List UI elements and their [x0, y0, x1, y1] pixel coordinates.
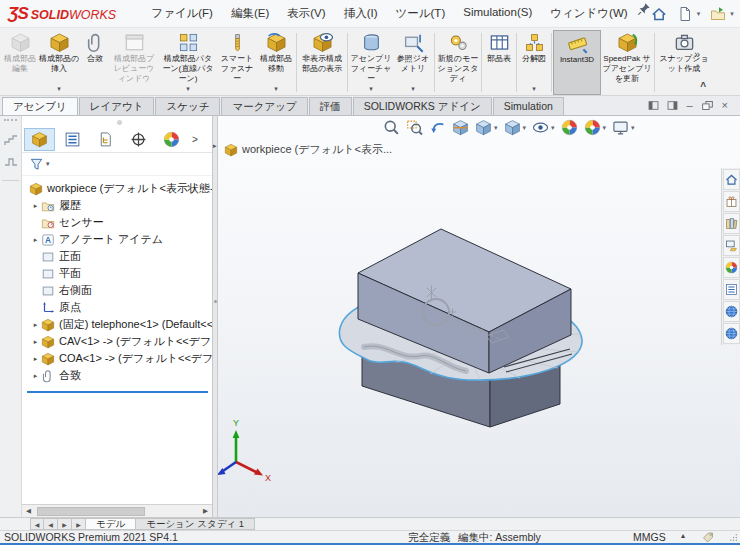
appearances-scenes-button[interactable] — [723, 257, 740, 278]
menu-tools[interactable]: ツール(T) — [386, 2, 454, 25]
tree-item-history[interactable]: ▸ 履歴 — [22, 197, 212, 214]
view-settings-icon[interactable] — [612, 119, 629, 136]
scroll-left-icon[interactable]: ◀ — [22, 507, 35, 515]
tree-item-workpiece[interactable]: workpiece (デフォルト<表示状態-1>) — [22, 180, 212, 197]
toolbar-collapse-button[interactable]: ^ — [700, 81, 706, 92]
tab-sketch[interactable]: スケッチ — [155, 97, 220, 115]
3d-model-scene[interactable]: Y X Z — [218, 116, 740, 517]
tab-motion-study-1[interactable]: モーション スタディ 1 — [136, 518, 255, 530]
tree-item-top-plane[interactable]: 平面 — [22, 265, 212, 282]
tab-solidworks-addins[interactable]: SOLIDWORKS アドイン — [353, 97, 492, 115]
3dexperience-button[interactable] — [723, 323, 740, 344]
dropdown-arrow-icon[interactable]: ▾ — [186, 85, 190, 94]
tab-layout[interactable]: レイアウト — [79, 97, 155, 115]
tree-item-coa[interactable]: ▸ COA<1> -> (デフォルト<<デフォルト>_表 — [22, 350, 212, 367]
reference-geometry-button[interactable]: 参照ジオメトリ ▾ — [393, 30, 433, 95]
tab-dimxpert-manager[interactable] — [123, 128, 154, 151]
pin-menu-icon[interactable] — [637, 2, 651, 16]
menu-window[interactable]: ウィンドウ(W) — [541, 2, 636, 25]
tab-configuration-manager[interactable] — [90, 128, 121, 151]
viewport-flyout-tree[interactable]: workpiece (デフォルト<表示... — [224, 142, 392, 157]
apply-scene-icon[interactable] — [584, 119, 601, 136]
new-motion-study-button[interactable]: 新規のモーションスタディ — [436, 30, 480, 95]
home-icon[interactable] — [651, 6, 667, 22]
previous-view-icon[interactable] — [429, 119, 446, 136]
tree-item-mates[interactable]: ▸ 合致 — [22, 367, 212, 384]
tab-evaluate[interactable]: 評価 — [309, 97, 352, 115]
open-document-icon[interactable] — [710, 6, 726, 22]
menu-file[interactable]: ファイル(F) — [142, 2, 222, 25]
dropdown-arrow-icon[interactable]: ▾ — [57, 85, 61, 94]
insert-component-button[interactable]: 構成部品の挿入 ▾ — [37, 30, 81, 95]
tab-simulation[interactable]: Simulation — [493, 97, 564, 115]
tab-property-manager[interactable] — [57, 128, 88, 151]
display-style-icon[interactable] — [504, 119, 521, 136]
tree-item-origin[interactable]: 原点 — [22, 299, 212, 316]
scrollbar-track[interactable] — [35, 506, 199, 517]
forum-button[interactable] — [723, 301, 740, 322]
dropdown-arrow-icon[interactable]: ▾ — [551, 124, 555, 132]
collapse-left-pane-icon[interactable] — [648, 100, 659, 111]
resize-grip[interactable] — [729, 533, 738, 542]
dropdown-arrow-icon[interactable]: ▾ — [631, 124, 635, 132]
view-orientation-icon[interactable] — [475, 119, 492, 136]
tab-model[interactable]: モデル — [86, 518, 136, 530]
instant3d-button[interactable]: Instant3D — [553, 30, 601, 95]
whats-new-button[interactable] — [723, 191, 740, 212]
move-component-button[interactable]: 構成部品移動 ▾ — [257, 30, 295, 95]
show-hidden-components-button[interactable]: 非表示構成部品の表示 — [298, 30, 346, 95]
filter-dropdown-icon[interactable]: ▾ — [46, 160, 50, 168]
smart-fasteners-button[interactable]: スマートファスナー — [217, 30, 257, 95]
rollback-bar[interactable] — [27, 391, 208, 393]
document-restore-icon[interactable] — [702, 101, 712, 110]
menu-simulation[interactable]: Simulation(S) — [454, 2, 541, 25]
dropdown-arrow-icon[interactable]: ▾ — [494, 124, 498, 132]
graphics-viewport[interactable]: Y X Z workpiece (デフォルト<表示... ▾ ▾ — [218, 116, 740, 517]
prev-tab-icon[interactable]: ◀ — [44, 518, 58, 530]
dropdown-arrow-icon[interactable]: ▾ — [369, 85, 373, 94]
units-caret-icon[interactable]: ▴ — [681, 531, 685, 540]
units-selector[interactable]: MMGS — [633, 531, 666, 543]
file-explorer-button[interactable] — [723, 235, 740, 256]
menu-view[interactable]: 表示(V) — [278, 2, 334, 25]
dropdown-arrow-icon[interactable]: ▾ — [603, 124, 607, 132]
tab-feature-manager[interactable] — [24, 128, 55, 151]
tab-assembly[interactable]: アセンブリ — [2, 97, 78, 115]
edit-appearance-icon[interactable] — [561, 119, 578, 136]
tab-markup[interactable]: マークアップ — [221, 97, 307, 115]
custom-properties-button[interactable] — [723, 279, 740, 300]
tree-item-telephone[interactable]: ▸ (固定) telephone<1> (Default<<D — [22, 316, 212, 333]
tag-icon[interactable] — [702, 532, 714, 543]
tree-item-front-plane[interactable]: 正面 — [22, 248, 212, 265]
component-pattern-button[interactable]: 構成部品パターン(直線パターン) ▾ — [159, 30, 217, 95]
dropdown-arrow-icon[interactable]: ▾ — [411, 85, 415, 94]
new-document-dropdown-icon[interactable]: ▾ — [697, 10, 701, 18]
new-document-icon[interactable] — [677, 6, 693, 22]
filter-funnel-icon[interactable] — [29, 157, 44, 172]
scroll-right-icon[interactable]: ▶ — [199, 507, 212, 515]
hide-show-items-icon[interactable] — [532, 119, 549, 136]
dropdown-arrow-icon[interactable]: ▾ — [532, 85, 536, 94]
zoom-fit-icon[interactable] — [383, 119, 400, 136]
menu-insert[interactable]: 挿入(I) — [335, 2, 387, 25]
document-close-icon[interactable]: × — [722, 100, 728, 111]
dropdown-arrow-icon[interactable]: ▾ — [274, 85, 278, 94]
update-speedpak-button[interactable]: SpeedPak サブアセンブリを更新 — [601, 30, 653, 95]
tree-item-right-plane[interactable]: 右側面 — [22, 282, 212, 299]
menu-edit[interactable]: 編集(E) — [222, 2, 278, 25]
panel-grip[interactable] — [117, 120, 122, 125]
expand-arrow-icon[interactable]: ▸ — [30, 372, 41, 380]
section-view-icon[interactable] — [452, 119, 469, 136]
next-tab-icon[interactable]: ▶ — [58, 518, 72, 530]
expand-arrow-icon[interactable]: ▸ — [30, 236, 41, 244]
zoom-area-icon[interactable] — [406, 119, 423, 136]
splitter-collapse-icon[interactable]: ▸ — [213, 142, 217, 150]
tab-display-manager[interactable] — [156, 128, 187, 151]
resources-home-button[interactable] — [723, 169, 740, 190]
scrollbar-thumb[interactable] — [37, 507, 145, 516]
panel-horizontal-scrollbar[interactable]: ◀ ▶ — [22, 504, 212, 517]
expand-arrow-icon[interactable]: ▸ — [30, 321, 41, 329]
dropdown-arrow-icon[interactable]: ▾ — [523, 124, 527, 132]
first-tab-icon[interactable]: ◀ — [30, 518, 44, 530]
strip-drag-handle[interactable] — [4, 119, 17, 124]
